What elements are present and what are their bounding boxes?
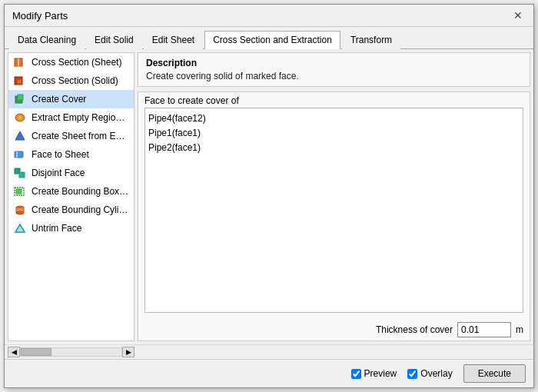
list-item-cross-section-solid[interactable]: Cross Section (Solid) xyxy=(8,71,134,90)
face-list-item-2[interactable]: Pipe2(face1) xyxy=(148,141,520,155)
svg-rect-14 xyxy=(16,189,22,194)
create-bounding-box-label: Create Bounding Box (A xyxy=(32,186,129,197)
cross-section-solid-label: Cross Section (Solid) xyxy=(32,75,118,86)
bottom-bar: Preview Overlay Execute xyxy=(5,359,533,387)
title-bar: Modify Parts ✕ xyxy=(5,5,533,27)
list-item-face-to-sheet[interactable]: Face to Sheet xyxy=(8,145,134,164)
cross-section-solid-icon xyxy=(13,74,27,88)
untrim-face-icon xyxy=(13,221,27,235)
svg-marker-19 xyxy=(15,224,25,232)
scroll-thumb[interactable] xyxy=(21,348,51,356)
tab-edit-sheet[interactable]: Edit Sheet xyxy=(144,31,203,49)
list-item-create-cover[interactable]: Create Cover xyxy=(8,90,134,108)
face-to-sheet-label: Face to Sheet xyxy=(32,149,89,160)
cross-section-sheet-label: Cross Section (Sheet) xyxy=(32,57,121,68)
svg-rect-3 xyxy=(17,79,22,84)
scroll-track xyxy=(20,347,122,357)
face-section-label: Face to create cover of xyxy=(138,92,530,108)
overlay-checkbox-group: Overlay xyxy=(407,368,452,379)
face-list-box[interactable]: Pipe4(face12) Pipe1(face1) Pipe2(face1) xyxy=(144,108,523,313)
untrim-face-label: Untrim Face xyxy=(32,223,81,234)
list-item-untrim-face[interactable]: Untrim Face xyxy=(8,219,134,238)
create-bounding-box-icon xyxy=(13,184,27,198)
create-sheet-edge-label: Create Sheet from Edge xyxy=(32,131,129,141)
extract-empty-icon xyxy=(13,111,27,125)
list-item-create-bounding-box[interactable]: Create Bounding Box (A xyxy=(8,182,134,201)
create-bounding-cyl-label: Create Bounding Cylinde xyxy=(32,204,129,215)
content-area: Cross Section (Sheet) Cross Section (Sol… xyxy=(5,49,533,344)
scroll-right-button[interactable]: ▶ xyxy=(122,347,134,357)
right-panel: Description Create covering solid of mar… xyxy=(138,52,530,341)
disjoint-face-icon xyxy=(13,166,27,180)
tab-bar: Data Cleaning Edit Solid Edit Sheet Cros… xyxy=(5,27,533,49)
scroll-left-button[interactable]: ◀ xyxy=(8,347,20,357)
face-section: Face to create cover of Pipe4(face12) Pi… xyxy=(138,91,530,341)
tab-cross-section[interactable]: Cross Section and Extraction xyxy=(204,31,340,49)
face-to-sheet-icon xyxy=(13,148,27,161)
list-item-cross-section-sheet[interactable]: Cross Section (Sheet) xyxy=(8,53,134,71)
list-item-create-bounding-cyl[interactable]: Create Bounding Cylinde xyxy=(8,201,134,219)
overlay-checkbox[interactable] xyxy=(407,369,417,379)
description-title: Description xyxy=(146,58,522,68)
list-item-extract-empty[interactable]: Extract Empty Regions o xyxy=(8,108,134,127)
svg-rect-5 xyxy=(18,95,23,100)
cross-section-sheet-icon xyxy=(13,55,27,69)
svg-rect-12 xyxy=(19,172,25,178)
svg-point-17 xyxy=(16,211,24,214)
extract-empty-label: Extract Empty Regions o xyxy=(32,112,129,123)
left-panel: Cross Section (Sheet) Cross Section (Sol… xyxy=(8,52,134,341)
close-button[interactable]: ✕ xyxy=(510,9,526,22)
description-text: Create covering solid of marked face. xyxy=(146,71,522,81)
list-item-disjoint-face[interactable]: Disjoint Face xyxy=(8,164,134,182)
thickness-label: Thickness of cover xyxy=(376,324,453,335)
preview-checkbox-group: Preview xyxy=(351,368,397,379)
tab-edit-solid[interactable]: Edit Solid xyxy=(86,31,142,49)
thickness-input[interactable] xyxy=(457,322,511,337)
create-cover-icon xyxy=(13,92,27,106)
overlay-label[interactable]: Overlay xyxy=(420,368,452,379)
create-cover-label: Create Cover xyxy=(32,94,86,105)
modify-parts-dialog: Modify Parts ✕ Data Cleaning Edit Solid … xyxy=(4,4,534,388)
svg-point-7 xyxy=(18,116,22,120)
thickness-row: Thickness of cover m xyxy=(138,319,530,341)
preview-checkbox[interactable] xyxy=(351,369,361,379)
execute-button[interactable]: Execute xyxy=(463,364,526,383)
svg-rect-9 xyxy=(15,151,23,158)
disjoint-face-label: Disjoint Face xyxy=(32,168,85,178)
create-bounding-cyl-icon xyxy=(13,203,27,217)
face-list-item-1[interactable]: Pipe1(face1) xyxy=(148,126,520,141)
svg-marker-8 xyxy=(15,131,25,140)
thickness-unit: m xyxy=(516,324,523,335)
list-item-create-sheet-edge[interactable]: Create Sheet from Edge xyxy=(8,127,134,145)
preview-label[interactable]: Preview xyxy=(364,368,397,379)
create-sheet-edge-icon xyxy=(13,129,27,143)
face-list-item-0[interactable]: Pipe4(face12) xyxy=(148,111,520,126)
tab-transform[interactable]: Transform xyxy=(342,31,400,49)
tab-data-cleaning[interactable]: Data Cleaning xyxy=(9,31,85,49)
description-section: Description Create covering solid of mar… xyxy=(138,52,530,87)
dialog-title: Modify Parts xyxy=(12,10,68,22)
